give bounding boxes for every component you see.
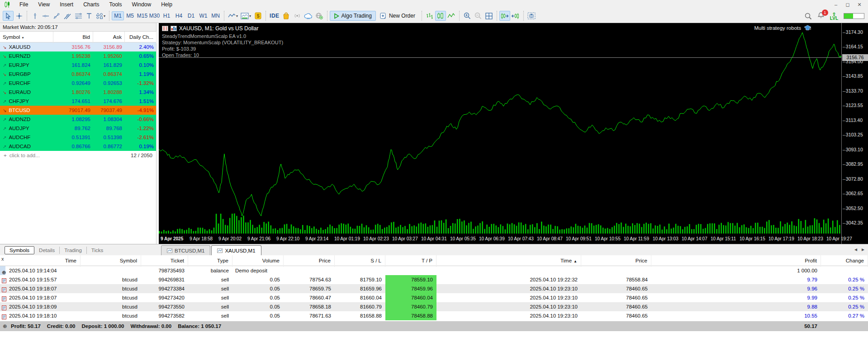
minimize-button[interactable]: –	[831, 2, 841, 7]
column-header-daily-change[interactable]: Daily Ch...	[125, 32, 157, 43]
symbols-dialog-button[interactable]: $	[252, 11, 263, 21]
toolbox-column-header[interactable]: Price▲	[284, 255, 335, 267]
cursor-tool-button[interactable]	[3, 11, 14, 21]
column-header-bid[interactable]: Bid	[53, 32, 93, 43]
menu-item[interactable]: Help	[156, 0, 177, 9]
balance-row[interactable]: ⊕2025.04.10 19:14:04 798735493 balance D…	[0, 266, 868, 275]
text-tool-button[interactable]	[84, 11, 95, 21]
restore-button[interactable]: ◻	[843, 2, 853, 8]
market-watch-row[interactable]: AUDCAD 0.86766 0.86772 0.19%	[0, 142, 156, 151]
timeframe-button[interactable]: M1	[112, 11, 124, 20]
toolbox-column-header[interactable]: Price▲	[581, 255, 651, 267]
line-studies-dropdown-button[interactable]: ▾	[227, 11, 239, 21]
toolbox-column-header[interactable]: Volume▲	[232, 255, 284, 267]
menu-item[interactable]: Window	[127, 0, 157, 9]
toolbox-column-header[interactable]: Symbol▲	[81, 255, 141, 267]
level-indicator[interactable]: ⇧LVL	[830, 12, 838, 20]
market-watch-row[interactable]: EURAUD 1.80276 1.80288 1.34%	[0, 88, 156, 97]
zoom-out-button[interactable]	[473, 11, 484, 21]
zoom-in-button[interactable]	[462, 11, 473, 21]
scroll-tabs-right-button[interactable]: ▸	[862, 246, 864, 253]
market-watch-row[interactable]: EURJPY 161.824 161.829 0.10%	[0, 61, 156, 70]
timeframe-button[interactable]: H1	[161, 11, 173, 20]
trendline-tool-button[interactable]	[51, 11, 62, 21]
signals-button[interactable]	[292, 11, 303, 21]
auto-scroll-button[interactable]	[499, 11, 510, 21]
shapes-tool-button[interactable]: ▾	[95, 11, 107, 21]
market-watch-row[interactable]: AUDJPY 89.762 89.768 -1.22%	[0, 124, 156, 133]
trade-row[interactable]: 2025.04.10 19:18:07 btcusd 994273420 sel…	[0, 293, 868, 302]
toolbox-close-icon[interactable]: x	[1, 256, 4, 262]
chart-window[interactable]: XAUUSD, M1: Gold vs US Dollar SteadyTren…	[159, 23, 868, 244]
menu-item[interactable]: Insert	[55, 0, 78, 9]
timeframe-button[interactable]: MN	[209, 11, 222, 20]
timeframe-button[interactable]: D1	[185, 11, 197, 20]
tile-windows-button[interactable]	[484, 11, 494, 21]
chart-tab[interactable]: XAUUSD,M1	[211, 245, 261, 255]
candle-chart-type-button[interactable]	[435, 11, 446, 21]
metaeditor-ide-button[interactable]: IDE	[268, 11, 281, 21]
line-chart-type-button[interactable]	[446, 11, 457, 21]
market-watch-row[interactable]: EURGBP 0.86374 0.86374 1.19%	[0, 70, 156, 79]
menu-item[interactable]: Tools	[104, 0, 127, 9]
toolbox-column-header[interactable]: Ticket▲	[141, 255, 188, 267]
column-header-symbol[interactable]: Symbol ▾	[0, 32, 53, 43]
timeframe-button[interactable]: H4	[173, 11, 185, 20]
screenshot-button[interactable]	[526, 11, 537, 21]
menu-item[interactable]: File	[14, 0, 33, 9]
chart-plot-area[interactable]: XAUUSD, M1: Gold vs US Dollar SteadyTren…	[159, 23, 841, 234]
new-order-button[interactable]: New Order	[376, 11, 419, 21]
market-watch-tab[interactable]: Trading	[60, 247, 87, 254]
market-watch-row[interactable]: CHFJPY 174.651 174.676 1.51%	[0, 97, 156, 106]
trade-row[interactable]: 2025.04.10 19:18:07 btcusd 994273384 sel…	[0, 284, 868, 293]
fibonacci-tool-button[interactable]	[73, 11, 84, 21]
indicators-dropdown-button[interactable]: ▾	[239, 11, 252, 21]
market-watch-row[interactable]: EURNZD 1.95238 1.95260 0.65%	[0, 51, 156, 61]
timeframe-button[interactable]: M15	[136, 11, 148, 20]
timeframe-button[interactable]: W1	[197, 11, 209, 20]
toolbox-column-header[interactable]: Time▲	[436, 255, 581, 267]
expand-icon[interactable]: ⊕	[2, 268, 6, 275]
price-axis[interactable]: 3174.303164.153154.003143.853133.703123.…	[841, 23, 868, 244]
chart-shift-button[interactable]	[510, 11, 521, 21]
column-header-ask[interactable]: Ask	[93, 32, 125, 43]
toolbox-column-header[interactable]: Time▲	[0, 255, 81, 267]
market-watch-tab[interactable]: Details	[34, 247, 60, 254]
cloud-button[interactable]	[303, 11, 314, 21]
expand-icon[interactable]: ⊕	[3, 321, 7, 331]
market-watch-tab[interactable]: Symbols	[5, 246, 34, 254]
community-button[interactable]	[314, 11, 325, 21]
trade-row[interactable]: 2025.04.10 19:18:09 btcusd 994273550 sel…	[0, 302, 868, 311]
chart-tab[interactable]: BTCUSD,M1	[161, 245, 210, 255]
menu-item[interactable]: View	[33, 0, 55, 9]
scroll-tabs-left-button[interactable]: ◂	[854, 246, 857, 253]
market-watch-row[interactable]: EURCHF 0.92649 0.92653 -1.32%	[0, 79, 156, 88]
toolbox-column-header[interactable]: T / P▲	[385, 255, 436, 267]
trade-row[interactable]: 2025.04.10 19:15:57 btcusd 994269831 sel…	[0, 275, 868, 284]
channel-tool-button[interactable]	[62, 11, 73, 21]
market-watch-row[interactable]: BTCUSD 79017.49 79037.49 -4.91%	[0, 106, 156, 115]
toolbox-column-header[interactable]: Type▲	[188, 255, 232, 267]
market-store-button[interactable]	[281, 11, 292, 21]
graduation-cap-icon[interactable]	[804, 25, 811, 31]
menu-item[interactable]: Charts	[78, 0, 104, 9]
search-icon[interactable]	[805, 13, 812, 20]
toolbox-column-header[interactable]: S / L▲	[335, 255, 385, 267]
crosshair-tool-button[interactable]	[14, 11, 24, 21]
horizontal-line-tool-button[interactable]	[40, 11, 51, 21]
close-button[interactable]: ✕	[854, 2, 864, 8]
bar-chart-type-button[interactable]	[424, 11, 435, 21]
market-watch-row[interactable]: AUDNZD 1.08295 1.08304 -0.66%	[0, 115, 156, 124]
market-watch-tab[interactable]: Ticks	[87, 247, 108, 254]
toolbox-column-header[interactable]: Change▲	[821, 255, 868, 267]
toolbox-column-header[interactable]: Profit▲	[651, 255, 821, 267]
market-watch-row[interactable]: XAUUSD 3156.76 3156.89 2.40%	[0, 42, 156, 51]
market-watch-row[interactable]: AUDCHF 0.51391 0.51398 -2.61%	[0, 133, 156, 142]
algo-trading-toggle[interactable]: Algo Trading	[330, 11, 376, 21]
trade-row[interactable]: 2025.04.10 19:18:10 btcusd 994273582 sel…	[0, 311, 868, 320]
timeframe-button[interactable]: M5	[124, 11, 136, 20]
notifications-bell[interactable]: 1	[817, 12, 825, 20]
timeframe-button[interactable]: M30	[148, 11, 161, 20]
click-to-add-row[interactable]: + click to add... 12 / 2050	[0, 151, 156, 160]
vertical-line-tool-button[interactable]	[29, 11, 40, 21]
